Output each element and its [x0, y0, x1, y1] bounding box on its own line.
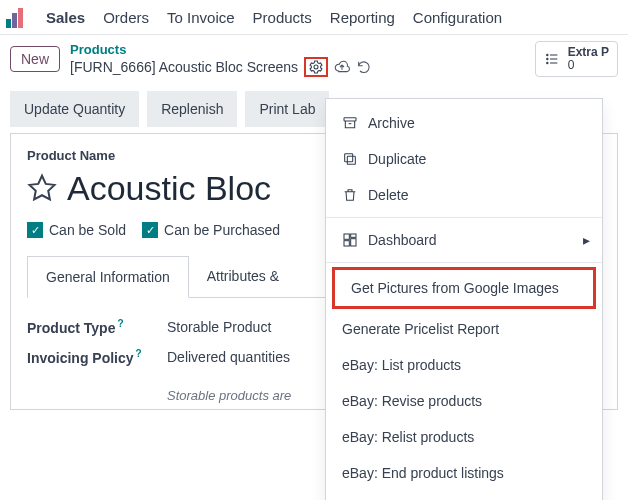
menu-ebay-relist[interactable]: eBay: Relist products [326, 419, 602, 455]
breadcrumb-current: [FURN_6666] Acoustic Bloc Screens [70, 59, 298, 75]
action-dropdown: Archive Duplicate Delete Dashboard ▸ Get… [325, 98, 603, 500]
help-icon[interactable]: ? [136, 348, 142, 359]
cloud-upload-icon[interactable] [334, 59, 350, 75]
gear-icon[interactable] [304, 57, 328, 77]
product-type-value[interactable]: Storable Product [167, 319, 271, 335]
trash-icon [342, 187, 358, 203]
svg-rect-15 [344, 241, 349, 246]
menu-ebay-end[interactable]: eBay: End product listings [326, 455, 602, 491]
new-button[interactable]: New [10, 46, 60, 72]
undo-icon[interactable] [356, 59, 372, 75]
can-be-sold-checkbox[interactable]: ✓Can be Sold [27, 222, 126, 238]
breadcrumb-row: New Products [FURN_6666] Acoustic Bloc S… [0, 35, 628, 85]
can-be-purchased-checkbox[interactable]: ✓Can be Purchased [142, 222, 280, 238]
product-name-value[interactable]: Acoustic Bloc [67, 169, 271, 208]
svg-marker-7 [30, 176, 55, 200]
chevron-right-icon: ▸ [583, 232, 590, 248]
main-nav: Sales Orders To Invoice Products Reporti… [0, 0, 628, 35]
svg-point-0 [314, 65, 318, 69]
list-icon [544, 51, 560, 67]
menu-delete[interactable]: Delete [326, 177, 602, 213]
invoicing-policy-label: Invoicing Policy? [27, 348, 167, 366]
invoicing-policy-value[interactable]: Delivered quantities [167, 349, 290, 365]
menu-archive[interactable]: Archive [326, 105, 602, 141]
replenish-button[interactable]: Replenish [147, 91, 237, 127]
svg-point-3 [546, 63, 547, 64]
nav-reporting[interactable]: Reporting [330, 9, 395, 26]
update-quantity-button[interactable]: Update Quantity [10, 91, 139, 127]
archive-icon [342, 115, 358, 131]
svg-point-1 [546, 55, 547, 56]
svg-rect-13 [351, 234, 356, 237]
check-icon: ✓ [142, 222, 158, 238]
help-icon[interactable]: ? [117, 318, 123, 329]
dashboard-icon [342, 232, 358, 248]
menu-get-pictures[interactable]: Get Pictures from Google Images [332, 267, 596, 309]
check-icon: ✓ [27, 222, 43, 238]
svg-point-2 [546, 59, 547, 60]
app-icon [6, 6, 28, 28]
extra-prices-button[interactable]: Extra P0 [535, 41, 618, 77]
svg-rect-11 [345, 154, 353, 162]
menu-pricelist-report[interactable]: Generate Pricelist Report [326, 311, 602, 347]
storable-note: Storable products are [167, 378, 291, 403]
nav-products[interactable]: Products [253, 9, 312, 26]
nav-toinvoice[interactable]: To Invoice [167, 9, 235, 26]
nav-orders[interactable]: Orders [103, 9, 149, 26]
tab-general[interactable]: General Information [27, 256, 189, 298]
svg-rect-10 [347, 156, 355, 164]
breadcrumb-parent[interactable]: Products [70, 42, 525, 57]
nav-config[interactable]: Configuration [413, 9, 502, 26]
favorite-star-icon[interactable] [27, 172, 57, 205]
svg-rect-8 [344, 118, 356, 121]
product-type-label: Product Type? [27, 318, 167, 336]
menu-dashboard[interactable]: Dashboard ▸ [326, 222, 602, 258]
svg-rect-12 [344, 234, 349, 239]
menu-duplicate[interactable]: Duplicate [326, 141, 602, 177]
print-labels-button[interactable]: Print Lab [245, 91, 329, 127]
nav-sales[interactable]: Sales [46, 9, 85, 26]
menu-ebay-list[interactable]: eBay: List products [326, 347, 602, 383]
menu-ebay-unlink[interactable]: eBay: Unlink product listings [326, 491, 602, 500]
tab-attributes[interactable]: Attributes & [189, 256, 297, 297]
svg-rect-14 [351, 239, 356, 246]
duplicate-icon [342, 151, 358, 167]
menu-ebay-revise[interactable]: eBay: Revise products [326, 383, 602, 419]
